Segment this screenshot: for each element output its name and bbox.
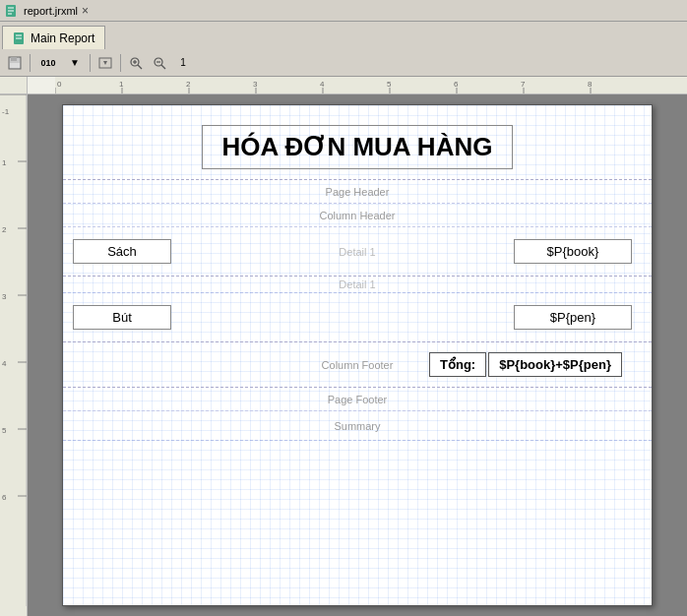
title-bar-filename: report.jrxml	[24, 5, 78, 17]
page-header-label: Page Header	[326, 186, 390, 198]
ruler-corner	[0, 77, 28, 94]
detail1-text: Detail 1	[339, 278, 375, 290]
title-bar-close[interactable]: ×	[82, 4, 89, 18]
sum-label-text: Tổng:	[440, 357, 475, 372]
zoom-level-display: 1	[172, 52, 194, 74]
svg-text:6: 6	[454, 80, 459, 89]
field-but: Bút	[73, 305, 171, 330]
svg-text:8: 8	[588, 80, 593, 89]
tab-icon	[13, 31, 27, 45]
counter-label: 010	[40, 58, 55, 68]
page-header-section: Page Header	[63, 180, 652, 204]
toolbar-separator-3	[120, 54, 121, 72]
svg-text:4: 4	[2, 359, 7, 368]
save-button[interactable]	[4, 52, 26, 74]
column-header-label: Column Header	[319, 210, 395, 221]
svg-text:0: 0	[57, 80, 62, 89]
main-report-tab[interactable]: Main Report	[2, 26, 105, 49]
toolbar: 010 ▼ 1	[0, 49, 687, 77]
tab-bar: Main Report	[0, 22, 687, 49]
report-page: HÓA ĐƠN MUA HÀNG Page Header Column Head…	[62, 104, 653, 606]
sum-value: $P{book}+$P{pen}	[488, 352, 622, 377]
svg-text:7: 7	[521, 80, 526, 89]
sum-value-text: $P{book}+$P{pen}	[499, 357, 611, 372]
title-bar: report.jrxml ×	[0, 0, 687, 22]
sum-label: Tổng:	[429, 352, 486, 377]
field-sach: Sách	[73, 239, 171, 264]
export-button[interactable]	[94, 52, 116, 74]
report-title: HÓA ĐƠN MUA HÀNG	[202, 125, 514, 169]
svg-rect-9	[10, 63, 20, 68]
zoom-level-text: 1	[180, 57, 186, 68]
value-pen: $P{pen}	[514, 305, 632, 330]
svg-rect-8	[11, 57, 17, 61]
svg-text:6: 6	[2, 493, 7, 502]
svg-text:3: 3	[2, 292, 7, 301]
detail-row-1: Sách $P{book} Detail 1	[63, 227, 652, 277]
detail1-label-row: Detail 1	[63, 277, 652, 293]
svg-text:2: 2	[2, 225, 7, 234]
ruler-scale: 0 1 2 3 4 5 6 7 8	[55, 77, 687, 93]
summary-section: Summary	[63, 411, 652, 441]
svg-text:2: 2	[186, 80, 191, 89]
vertical-ruler: 1 2 3 4 5 6 -1	[0, 94, 28, 616]
value-book: $P{book}	[514, 239, 632, 264]
svg-text:5: 5	[387, 80, 392, 89]
toolbar-separator-1	[30, 54, 31, 72]
svg-text:-1: -1	[2, 107, 10, 116]
canvas-area: HÓA ĐƠN MUA HÀNG Page Header Column Head…	[28, 94, 687, 616]
svg-text:1: 1	[2, 158, 7, 167]
summary-label: Summary	[334, 420, 380, 432]
page-footer-label: Page Footer	[328, 394, 388, 405]
svg-rect-37	[0, 94, 28, 606]
svg-text:1: 1	[119, 80, 124, 89]
title-bar-icon	[4, 3, 20, 19]
svg-line-17	[161, 65, 165, 69]
column-footer-section: Column Footer Tổng: $P{book}+$P{pen}	[63, 342, 652, 388]
svg-line-13	[138, 65, 142, 69]
zoom-in-button[interactable]	[125, 52, 147, 74]
column-header-section: Column Header	[63, 204, 652, 227]
counter-button[interactable]: 010	[34, 52, 62, 74]
svg-text:3: 3	[253, 80, 258, 89]
svg-text:4: 4	[320, 80, 325, 89]
horizontal-ruler: 0 1 2 3 4 5 6 7 8	[28, 77, 687, 94]
svg-marker-11	[103, 61, 107, 65]
page-footer-section: Page Footer	[63, 388, 652, 411]
dropdown-button[interactable]: ▼	[64, 52, 86, 74]
detail-row-2: Bút $P{pen}	[63, 293, 652, 342]
title-section: HÓA ĐƠN MUA HÀNG	[63, 105, 652, 180]
svg-text:5: 5	[2, 426, 7, 435]
main-area: 1 2 3 4 5 6 -1 HÓA ĐƠN MUA HÀNG	[0, 94, 687, 616]
zoom-out-button[interactable]	[149, 52, 170, 74]
toolbar-separator-2	[90, 54, 91, 72]
tab-label: Main Report	[31, 31, 94, 45]
